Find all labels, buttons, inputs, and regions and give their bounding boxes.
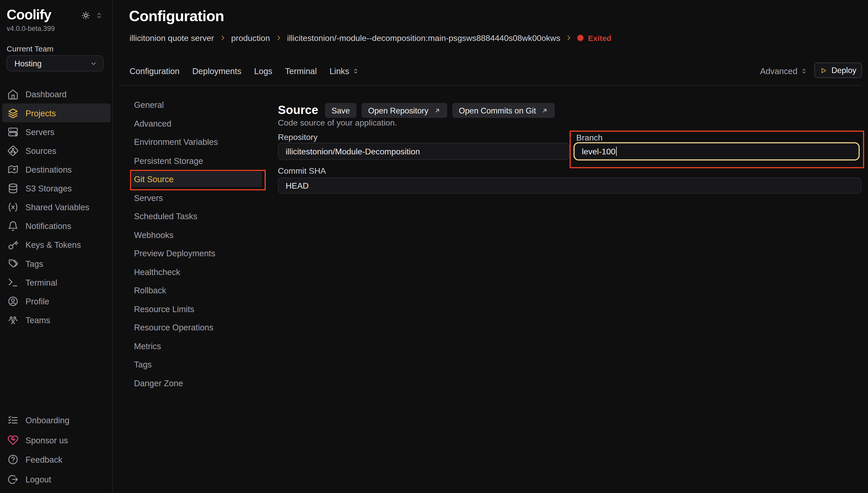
- tab-label: Terminal: [285, 66, 317, 76]
- tab-terminal[interactable]: Terminal: [285, 66, 317, 76]
- subnav-item-label: Persistent Storage: [134, 156, 203, 166]
- bell-icon: [7, 220, 19, 232]
- subnav-item-label: Danger Zone: [134, 378, 183, 388]
- sidebar-item-dashboard[interactable]: Dashboard: [2, 85, 111, 103]
- subnav-item-label: Metrics: [134, 341, 161, 351]
- breadcrumb-item-label[interactable]: illicitestonion/-module--decomposition:m…: [287, 33, 560, 43]
- sidebar-item-notifications[interactable]: Notifications: [2, 216, 111, 235]
- sidebar-collapse-icon[interactable]: [95, 12, 103, 19]
- subnav-item-preview-deployments[interactable]: Preview Deployments: [129, 244, 266, 262]
- subnav-item-label: Rollback: [134, 286, 166, 295]
- tab-label: Links: [330, 66, 349, 76]
- subnav-item-label: Advanced: [134, 119, 171, 128]
- subnav-item-scheduled-tasks[interactable]: Scheduled Tasks: [129, 207, 266, 226]
- git-icon: [7, 145, 19, 156]
- repository-input[interactable]: illicitestonion/Module-Decomposition: [278, 143, 570, 160]
- sidebar-item-logout[interactable]: Logout: [2, 470, 111, 489]
- key-icon: [7, 239, 19, 250]
- sidebar-item-shared-variables[interactable]: Shared Variables: [2, 198, 111, 216]
- sidebar-item-label: Servers: [25, 127, 55, 137]
- theme-sun-icon[interactable]: [81, 10, 91, 21]
- resource-tabs: Configuration Deployments Logs Termina: [129, 63, 359, 79]
- subnav-item-general[interactable]: General: [129, 96, 266, 114]
- open-repository-button[interactable]: Open Repository: [361, 103, 447, 118]
- sidebar-item-label: Projects: [25, 108, 56, 117]
- subnav-item-label: Scheduled Tasks: [134, 212, 197, 221]
- subnav-item-servers[interactable]: Servers: [129, 188, 266, 207]
- terminal-icon: [7, 276, 19, 288]
- save-label: Save: [332, 106, 350, 115]
- sidebar-item-label: Logout: [25, 475, 51, 484]
- subnav-item-advanced[interactable]: Advanced: [129, 114, 266, 133]
- advanced-dropdown[interactable]: Advanced: [760, 63, 807, 79]
- checklist-icon: [7, 414, 19, 426]
- sidebar-item-keys-tokens[interactable]: Keys & Tokens: [2, 235, 111, 254]
- sidebar-item-projects[interactable]: Projects: [2, 103, 111, 122]
- commit-sha-input[interactable]: HEAD: [278, 177, 862, 193]
- sidebar-item-terminal[interactable]: Terminal: [2, 273, 111, 292]
- arrow-up-right-icon: [542, 107, 548, 114]
- arrow-up-right-icon: [434, 107, 441, 114]
- chevron-right-icon: [275, 34, 282, 41]
- save-button[interactable]: Save: [325, 103, 357, 118]
- sidebar-item-destinations[interactable]: Destinations: [2, 160, 111, 178]
- source-heading: Source: [278, 103, 318, 117]
- sidebar-footer-menu: Onboarding Sponsor us Feedback Logout: [2, 411, 111, 489]
- sidebar-item-profile[interactable]: Profile: [2, 292, 111, 310]
- sidebar-item-sponsor-us[interactable]: Sponsor us: [2, 430, 111, 450]
- breadcrumb-item-label[interactable]: illicitonion quote server: [129, 33, 214, 43]
- subnav-item-label: Preview Deployments: [134, 249, 215, 258]
- subnav-item-metrics[interactable]: Metrics: [129, 337, 266, 355]
- play-icon: [820, 67, 827, 74]
- repository-value: illicitestonion/Module-Decomposition: [286, 147, 420, 156]
- sidebar-item-label: Onboarding: [25, 416, 69, 425]
- commit-sha-label: Commit SHA: [278, 166, 326, 175]
- tab-label: Logs: [254, 66, 272, 76]
- sidebar-item-tags[interactable]: Tags: [2, 254, 111, 273]
- sidebar-item-label: Terminal: [25, 277, 57, 287]
- subnav-item-webhooks[interactable]: Webhooks: [129, 226, 266, 244]
- sidebar-item-label: Feedback: [25, 455, 62, 465]
- deploy-button[interactable]: Deploy: [814, 63, 862, 78]
- sidebar-item-servers[interactable]: Servers: [2, 122, 111, 141]
- subnav-item-persistent-storage[interactable]: Persistent Storage: [129, 151, 266, 170]
- subnav-item-git-source[interactable]: Git Source: [129, 170, 266, 188]
- subnav-item-healthcheck[interactable]: Healthcheck: [129, 262, 266, 281]
- tab-links[interactable]: Links: [330, 66, 359, 76]
- subnav-item-environment-variables[interactable]: Environment Variables: [129, 133, 266, 151]
- logout-icon: [7, 473, 19, 485]
- sidebar-item-s3-storages[interactable]: S3 Storages: [2, 179, 111, 198]
- current-team-label: Current Team: [7, 44, 54, 53]
- sidebar-item-onboarding[interactable]: Onboarding: [2, 411, 111, 430]
- users-icon: [7, 314, 19, 325]
- sidebar-item-feedback[interactable]: Feedback: [2, 450, 111, 469]
- sidebar: Coolify v4.0.0-beta.399 Current Team Hos…: [0, 0, 113, 493]
- user-icon: [7, 295, 19, 307]
- server-icon: [7, 126, 19, 137]
- branch-input[interactable]: level-100: [573, 142, 860, 160]
- open-commits-button[interactable]: Open Commits on Git: [452, 103, 555, 118]
- sidebar-item-sources[interactable]: Sources: [2, 141, 111, 160]
- config-subnav: General Advanced Environment Variables P…: [129, 96, 266, 392]
- subnav-item-danger-zone[interactable]: Danger Zone: [129, 374, 266, 392]
- tab-configuration[interactable]: Configuration: [129, 66, 179, 76]
- sidebar-item-label: Notifications: [25, 221, 71, 231]
- sidebar-menu: Dashboard Projects Servers Sources Desti…: [2, 85, 111, 329]
- breadcrumb-item-label[interactable]: production: [231, 33, 270, 43]
- subnav-item-label: General: [134, 100, 164, 110]
- coolify-app: Coolify v4.0.0-beta.399 Current Team Hos…: [0, 0, 868, 493]
- deploy-label: Deploy: [831, 66, 856, 74]
- tab-logs[interactable]: Logs: [254, 66, 272, 76]
- team-select-value: Hosting: [15, 59, 42, 68]
- sidebar-item-teams[interactable]: Teams: [2, 310, 111, 329]
- subnav-item-resource-operations[interactable]: Resource Operations: [129, 318, 266, 337]
- open-repository-label: Open Repository: [368, 106, 428, 115]
- subnav-item-rollback[interactable]: Rollback: [129, 281, 266, 300]
- page-title: Configuration: [129, 8, 224, 25]
- team-select[interactable]: Hosting: [7, 55, 104, 71]
- subnav-item-tags[interactable]: Tags: [129, 355, 266, 374]
- subnav-item-label: Servers: [134, 193, 163, 202]
- tab-deployments[interactable]: Deployments: [192, 66, 241, 76]
- subnav-item-resource-limits[interactable]: Resource Limits: [129, 300, 266, 318]
- tags-icon: [7, 258, 19, 269]
